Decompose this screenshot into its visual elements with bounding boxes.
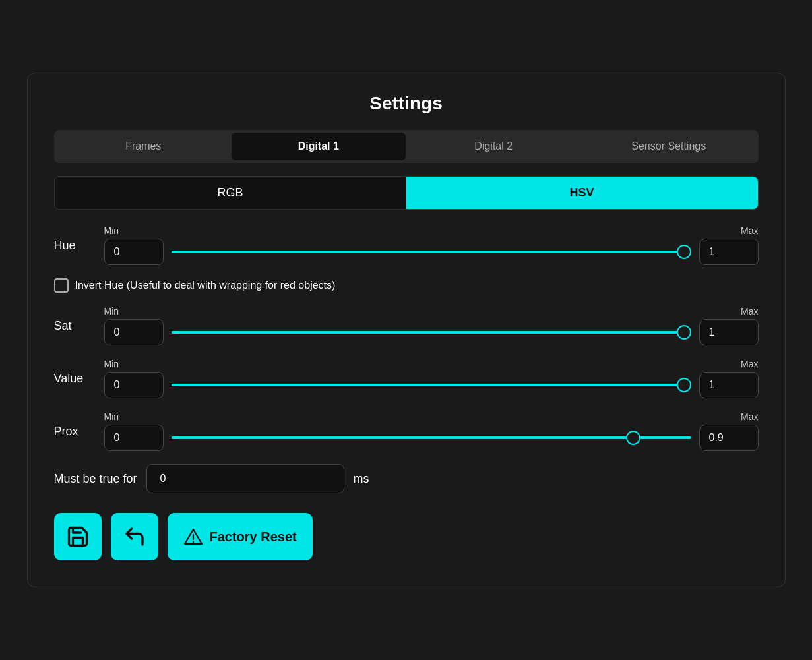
hue-slider-group: Min Max: [104, 225, 759, 265]
tab-frames[interactable]: Frames: [57, 133, 231, 160]
factory-reset-button[interactable]: Factory Reset: [168, 513, 313, 560]
sat-min-input[interactable]: [104, 319, 164, 345]
invert-hue-checkbox[interactable]: [54, 278, 69, 293]
must-be-input[interactable]: [146, 464, 344, 493]
tabs-container: Frames Digital 1 Digital 2 Sensor Settin…: [54, 130, 759, 163]
value-max-input[interactable]: [699, 372, 759, 398]
sat-label: Sat: [54, 319, 94, 333]
page-title: Settings: [54, 93, 759, 114]
save-button[interactable]: [54, 513, 102, 560]
prox-controls: [104, 425, 759, 451]
invert-hue-row: Invert Hue (Useful to deal with wrapping…: [54, 278, 759, 293]
value-slider-track-container: [172, 376, 691, 394]
value-min-label: Min: [104, 359, 119, 369]
hue-min-label: Min: [104, 225, 119, 236]
undo-icon: [123, 525, 146, 549]
settings-panel: Settings Frames Digital 1 Digital 2 Sens…: [27, 73, 786, 587]
prox-min-label: Min: [104, 411, 119, 422]
hue-slider-header: Min Max: [104, 225, 759, 236]
value-slider-header: Min Max: [104, 359, 759, 369]
value-label: Value: [54, 372, 94, 386]
sat-slider[interactable]: [172, 331, 691, 334]
color-mode-toggle: RGB HSV: [54, 176, 759, 210]
sat-min-label: Min: [104, 306, 119, 316]
sat-controls: [104, 319, 759, 345]
prox-max-label: Max: [741, 411, 758, 422]
sat-slider-header: Min Max: [104, 306, 759, 316]
tab-digital1[interactable]: Digital 1: [232, 133, 406, 160]
sat-section: Sat Min Max: [54, 306, 759, 345]
prox-max-input[interactable]: [699, 425, 759, 451]
hue-max-input[interactable]: [699, 239, 759, 265]
hue-max-label: Max: [741, 225, 758, 236]
prox-slider-header: Min Max: [104, 411, 759, 422]
prox-min-input[interactable]: [104, 425, 164, 451]
rgb-button[interactable]: RGB: [55, 177, 406, 209]
prox-section: Prox Min Max: [54, 411, 759, 451]
warning-icon: [183, 528, 203, 545]
sat-max-label: Max: [741, 306, 758, 316]
prox-label: Prox: [54, 425, 94, 438]
hue-slider[interactable]: [172, 251, 691, 253]
factory-reset-label: Factory Reset: [210, 529, 297, 545]
prox-slider-track-container: [172, 429, 691, 447]
ms-label: ms: [354, 472, 369, 486]
value-controls: [104, 372, 759, 398]
value-slider[interactable]: [172, 384, 691, 386]
tab-sensor-settings[interactable]: Sensor Settings: [582, 133, 756, 160]
tab-digital2[interactable]: Digital 2: [407, 133, 581, 160]
undo-button[interactable]: [111, 513, 158, 560]
save-icon: [66, 525, 90, 549]
invert-hue-label: Invert Hue (Useful to deal with wrapping…: [75, 280, 336, 291]
hue-min-input[interactable]: [104, 239, 164, 265]
must-be-row: Must be true for ms: [54, 464, 759, 493]
prox-slider-group: Min Max: [104, 411, 759, 451]
value-section: Value Min Max: [54, 359, 759, 398]
value-max-label: Max: [741, 359, 758, 369]
sat-max-input[interactable]: [699, 319, 759, 345]
svg-point-1: [192, 541, 193, 543]
hue-controls: [104, 239, 759, 265]
hue-label: Hue: [54, 239, 94, 253]
sat-slider-track-container: [172, 323, 691, 342]
value-slider-group: Min Max: [104, 359, 759, 398]
bottom-buttons: Factory Reset: [54, 513, 759, 560]
hue-slider-track-container: [172, 243, 691, 261]
value-min-input[interactable]: [104, 372, 164, 398]
hsv-button[interactable]: HSV: [406, 177, 758, 209]
prox-slider[interactable]: [172, 436, 691, 439]
hue-section: Hue Min Max: [54, 225, 759, 265]
must-be-label: Must be true for: [54, 472, 137, 486]
sat-slider-group: Min Max: [104, 306, 759, 345]
